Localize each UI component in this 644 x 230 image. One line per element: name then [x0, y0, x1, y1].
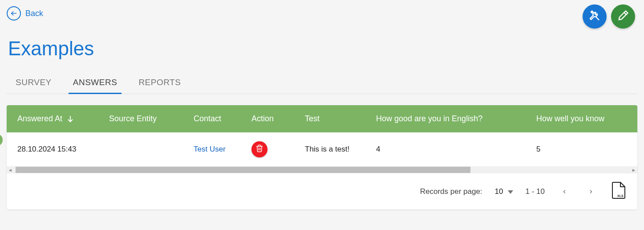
page-title: Examples	[7, 37, 637, 60]
horizontal-scrollbar[interactable]: ◄ ►	[7, 166, 637, 173]
per-page-select[interactable]: 10	[495, 187, 513, 196]
svg-text:XLS: XLS	[617, 194, 624, 197]
cell-test: This is a test!	[300, 132, 372, 166]
col-know[interactable]: How well you know	[532, 105, 637, 132]
edit-button[interactable]	[611, 4, 635, 29]
scroll-left-icon: ◄	[7, 166, 14, 173]
pagination-range: 1 - 10	[526, 187, 545, 196]
back-button[interactable]: Back	[7, 4, 43, 22]
contact-link[interactable]: Test User	[194, 145, 226, 153]
back-arrow-icon	[7, 6, 21, 21]
col-source-entity[interactable]: Source Entity	[105, 105, 189, 132]
prev-page-button[interactable]	[557, 185, 571, 199]
next-page-button[interactable]	[584, 185, 598, 199]
cell-know: 5	[532, 132, 637, 166]
cell-english: 4	[372, 132, 532, 166]
col-contact[interactable]: Contact	[189, 105, 247, 132]
col-action[interactable]: Action	[247, 105, 300, 132]
records-per-page-label: Records per page:	[420, 187, 482, 196]
tab-reports[interactable]: REPORTS	[138, 73, 181, 94]
tools-button[interactable]	[583, 4, 607, 29]
col-answered-at[interactable]: Answered At	[7, 105, 105, 132]
table-row: 28.10.2024 15:43 Test User	[7, 132, 637, 166]
wrench-screwdriver-icon	[588, 9, 601, 24]
tab-survey[interactable]: SURVEY	[16, 73, 52, 94]
sort-desc-icon	[66, 115, 74, 123]
export-xls-button[interactable]: XLS	[611, 181, 627, 201]
answers-table: Answered At Source Entity Contact Action	[7, 105, 637, 166]
cell-source-entity	[105, 132, 189, 166]
tab-answers[interactable]: ANSWERS	[73, 73, 117, 94]
tab-bar: SURVEY ANSWERS REPORTS	[7, 73, 637, 94]
pencil-icon	[617, 9, 629, 24]
svg-marker-3	[508, 190, 513, 194]
file-xls-icon: XLS	[611, 181, 627, 201]
trash-icon	[255, 144, 263, 155]
scroll-thumb[interactable]	[16, 167, 470, 173]
dropdown-icon	[508, 187, 513, 196]
delete-button[interactable]	[251, 141, 267, 157]
cell-answered-at: 28.10.2024 15:43	[7, 132, 105, 166]
col-test[interactable]: Test	[300, 105, 372, 132]
svg-line-1	[624, 12, 626, 15]
back-label: Back	[25, 9, 43, 18]
scroll-right-icon: ►	[630, 166, 637, 173]
col-english[interactable]: How good are you in English?	[372, 105, 532, 132]
answers-table-card: Answered At Source Entity Contact Action	[7, 105, 637, 209]
table-footer: Records per page: 10 1 - 10 XLS	[7, 173, 637, 209]
